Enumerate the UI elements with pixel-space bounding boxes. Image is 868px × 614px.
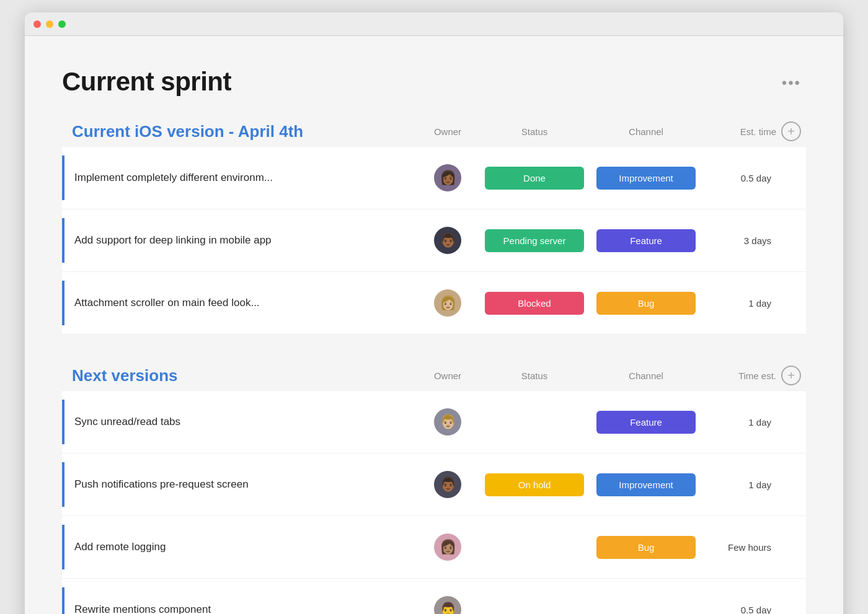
time-estimate: 1 day (702, 480, 776, 490)
status-cell: Done (479, 167, 590, 190)
table-row[interactable]: Add remote logging👩🏽BugFew hours (62, 516, 806, 579)
task-border-indicator (62, 281, 64, 325)
task-name-cell: Implement completely different environm.… (62, 147, 417, 209)
task-name-cell: Rewrite mentions component (62, 579, 417, 614)
avatar: 👩🏾 (434, 164, 461, 191)
col-time-label: Est. time (702, 126, 776, 137)
col-time-label2: Time est. (702, 371, 776, 381)
avatar: 👩🏽 (434, 533, 461, 561)
status-cell: On hold (479, 473, 590, 496)
col-status-label2: Status (479, 371, 590, 381)
section2-header: Next versions Owner Status Channel Time … (62, 366, 806, 385)
task-name-cell: Attachment scroller on main feed look... (62, 272, 417, 334)
table-row[interactable]: Sync unread/read tabs👨🏼Feature1 day (62, 390, 806, 454)
channel-badge[interactable]: Improvement (596, 473, 696, 496)
table-row[interactable]: Add support for deep linking in mobile a… (62, 209, 806, 272)
avatar: 👨 (434, 596, 461, 614)
status-badge[interactable]: On hold (485, 473, 584, 496)
time-estimate: Few hours (702, 542, 776, 553)
channel-cell: Feature (590, 229, 702, 252)
col-channel-label: Channel (590, 126, 702, 137)
channel-cell: Improvement (590, 473, 702, 496)
section2-title: Next versions (72, 366, 417, 385)
task-name-text: Sync unread/read tabs (74, 416, 180, 428)
task-border-indicator (62, 587, 64, 614)
add-task-button-section1[interactable]: + (781, 121, 801, 141)
task-name-text: Add support for deep linking in mobile a… (74, 234, 272, 247)
col-owner-label: Owner (417, 126, 479, 137)
section2-task-list: Sync unread/read tabs👨🏼Feature1 dayPush … (62, 390, 806, 614)
task-name-text: Attachment scroller on main feed look... (74, 297, 260, 309)
task-name-text: Implement completely different environm.… (74, 172, 273, 184)
task-border-indicator (62, 400, 64, 444)
page-title: Current sprint (62, 67, 231, 97)
task-border-indicator (62, 462, 64, 507)
time-estimate: 1 day (702, 298, 776, 309)
channel-cell: Bug (590, 292, 702, 315)
channel-cell: Improvement (590, 167, 702, 190)
section-next: Next versions Owner Status Channel Time … (62, 366, 806, 614)
status-badge[interactable]: Blocked (485, 292, 584, 315)
task-name-text: Push notifications pre-request screen (74, 478, 249, 491)
owner-cell: 👨🏼 (417, 408, 479, 436)
task-name-text: Rewrite mentions component (74, 603, 211, 614)
task-name-cell: Sync unread/read tabs (62, 391, 417, 453)
channel-badge[interactable]: Improvement (596, 167, 696, 190)
task-name-text: Add remote logging (74, 541, 166, 553)
more-options-button[interactable]: ••• (777, 72, 806, 94)
page-header: Current sprint ••• (62, 67, 806, 97)
table-row[interactable]: Implement completely different environm.… (62, 146, 806, 209)
task-border-indicator (62, 156, 64, 200)
section1-title: Current iOS version - April 4th (72, 122, 417, 141)
time-estimate: 0.5 day (702, 173, 776, 183)
app-window: Current sprint ••• Current iOS version -… (25, 12, 843, 614)
task-name-cell: Add remote logging (62, 516, 417, 578)
page-content: Current sprint ••• Current iOS version -… (25, 36, 843, 614)
time-estimate: 1 day (702, 417, 776, 428)
channel-cell: Bug (590, 536, 702, 559)
avatar: 👨🏼 (434, 408, 461, 436)
col-status-label: Status (479, 126, 590, 137)
owner-cell: 👨 (417, 596, 479, 614)
owner-cell: 👩🏽 (417, 533, 479, 561)
add-task-button-section2[interactable]: + (781, 366, 801, 385)
minimize-dot[interactable] (46, 20, 53, 28)
task-border-indicator (62, 525, 64, 569)
task-name-cell: Push notifications pre-request screen (62, 454, 417, 515)
channel-cell: Feature (590, 411, 702, 434)
table-row[interactable]: Attachment scroller on main feed look...… (62, 272, 806, 335)
col-owner-label2: Owner (417, 371, 479, 381)
channel-badge[interactable]: Feature (596, 411, 696, 434)
status-badge[interactable]: Pending server (485, 229, 584, 252)
status-badge[interactable]: Done (485, 167, 584, 190)
owner-cell: 👨🏾 (417, 227, 479, 254)
avatar: 👨🏾 (434, 227, 461, 254)
avatar: 👩🏼 (434, 289, 461, 317)
section-ios: Current iOS version - April 4th Owner St… (62, 121, 806, 335)
titlebar (25, 12, 843, 36)
task-border-indicator (62, 218, 64, 263)
time-estimate: 3 days (702, 235, 776, 246)
channel-badge[interactable]: Bug (596, 536, 696, 559)
table-row[interactable]: Rewrite mentions component👨0.5 day (62, 579, 806, 614)
time-estimate: 0.5 day (702, 605, 776, 615)
task-name-cell: Add support for deep linking in mobile a… (62, 209, 417, 271)
status-cell: Blocked (479, 292, 590, 315)
channel-badge[interactable]: Feature (596, 229, 696, 252)
avatar: 👨🏾 (434, 471, 461, 498)
section1-header: Current iOS version - April 4th Owner St… (62, 121, 806, 141)
owner-cell: 👩🏾 (417, 164, 479, 191)
status-cell: Pending server (479, 229, 590, 252)
section1-task-list: Implement completely different environm.… (62, 146, 806, 335)
table-row[interactable]: Push notifications pre-request screen👨🏾O… (62, 454, 806, 516)
col-channel-label2: Channel (590, 371, 702, 381)
owner-cell: 👨🏾 (417, 471, 479, 498)
channel-badge[interactable]: Bug (596, 292, 696, 315)
maximize-dot[interactable] (58, 20, 66, 28)
close-dot[interactable] (33, 20, 41, 28)
owner-cell: 👩🏼 (417, 289, 479, 317)
